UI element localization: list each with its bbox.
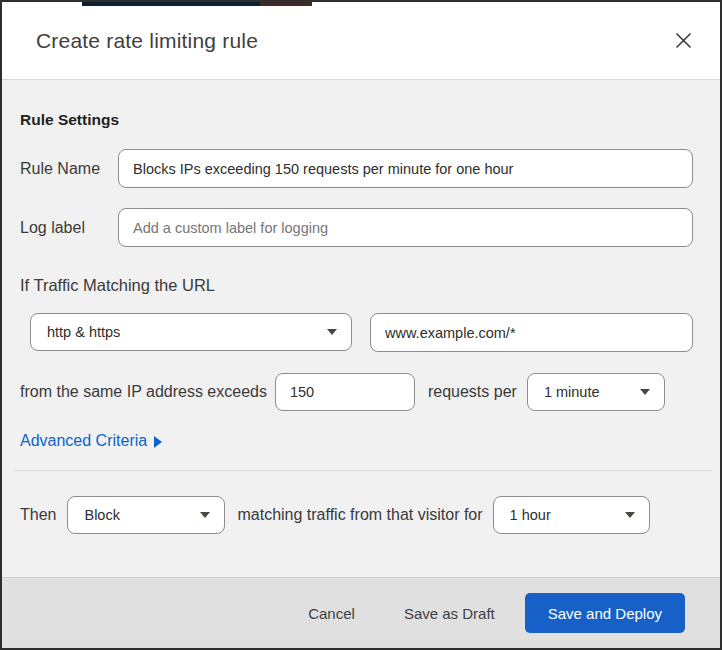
- url-input-wrap: [370, 313, 693, 352]
- dialog-header: Create rate limiting rule: [2, 2, 720, 80]
- caret-right-icon: [154, 436, 162, 448]
- duration-select-value: 1 hour: [510, 507, 615, 523]
- caret-down-icon: [200, 512, 210, 518]
- period-select[interactable]: 1 minute: [527, 373, 665, 411]
- rule-settings-heading: Rule Settings: [20, 111, 693, 129]
- requests-per-text: requests per: [428, 383, 517, 401]
- exceeds-text: from the same IP address exceeds: [20, 383, 267, 401]
- threshold-row: from the same IP address exceeds request…: [20, 373, 693, 411]
- log-label-label: Log label: [20, 219, 118, 237]
- save-and-deploy-button[interactable]: Save and Deploy: [525, 593, 685, 633]
- close-button[interactable]: [671, 28, 696, 53]
- then-row: Then Block matching traffic from that vi…: [20, 496, 693, 534]
- traffic-match-row: http & https: [30, 313, 693, 352]
- traffic-match-intro: If Traffic Matching the URL: [20, 276, 693, 295]
- log-label-row: Log label: [20, 208, 693, 247]
- advanced-criteria-link[interactable]: Advanced Criteria: [20, 432, 162, 450]
- caret-down-icon: [625, 512, 635, 518]
- caret-down-icon: [327, 329, 337, 335]
- dialog-body: Rule Settings Rule Name Log label If Tra…: [2, 111, 720, 534]
- log-label-input[interactable]: [118, 208, 693, 247]
- rule-name-input[interactable]: [118, 149, 693, 188]
- save-as-draft-button[interactable]: Save as Draft: [400, 599, 499, 628]
- scheme-select[interactable]: http & https: [30, 313, 352, 351]
- cancel-button[interactable]: Cancel: [304, 599, 359, 628]
- then-middle-text: matching traffic from that visitor for: [237, 506, 482, 524]
- url-pattern-input[interactable]: [370, 313, 693, 352]
- action-select-value: Block: [84, 507, 190, 523]
- duration-select[interactable]: 1 hour: [493, 496, 650, 534]
- close-icon: [675, 32, 692, 49]
- create-rate-limiting-rule-dialog: Create rate limiting rule Rule Settings …: [0, 0, 722, 650]
- rule-name-label: Rule Name: [20, 160, 118, 178]
- dialog-title: Create rate limiting rule: [36, 29, 258, 53]
- background-page-strip-red: [260, 2, 312, 6]
- advanced-criteria-label: Advanced Criteria: [20, 432, 147, 450]
- section-divider: [15, 470, 712, 471]
- background-page-strip-navy: [82, 2, 260, 6]
- rule-name-row: Rule Name: [20, 149, 693, 188]
- action-select[interactable]: Block: [67, 496, 225, 534]
- period-select-value: 1 minute: [544, 384, 630, 400]
- requests-count-input[interactable]: [275, 373, 415, 411]
- caret-down-icon: [640, 389, 650, 395]
- scheme-select-value: http & https: [47, 324, 317, 340]
- dialog-footer: Cancel Save as Draft Save and Deploy: [2, 577, 720, 648]
- then-label: Then: [20, 506, 56, 524]
